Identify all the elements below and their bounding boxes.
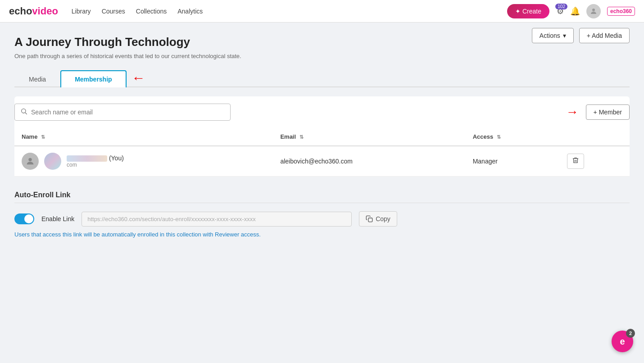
col-email: Email ⇅ — [273, 128, 465, 146]
actions-chevron: ▾ — [563, 32, 566, 39]
sort-name-icon[interactable]: ⇅ — [41, 134, 45, 140]
add-media-label: + Add Media — [587, 32, 622, 39]
add-media-button[interactable]: + Add Media — [579, 28, 630, 43]
sort-access-icon[interactable]: ⇅ — [497, 134, 501, 140]
logo-echo: echo — [9, 5, 32, 17]
member-name: (You) — [67, 154, 124, 162]
add-member-label: + Member — [594, 109, 622, 116]
svg-rect-4 — [368, 218, 372, 222]
member-avatar-img — [44, 153, 61, 170]
svg-point-3 — [28, 158, 32, 161]
nav-analytics[interactable]: Analytics — [177, 8, 203, 15]
search-box[interactable] — [14, 104, 231, 121]
member-name-blurred — [67, 155, 107, 162]
settings-wrapper[interactable]: ⚙ 102 — [557, 6, 564, 16]
badge-count: 102 — [555, 4, 567, 9]
arrow-membership: ← — [132, 70, 145, 86]
members-table: Name ⇅ Email ⇅ Access ⇅ — [14, 128, 630, 177]
search-add-row: → + Member — [14, 96, 630, 128]
main-content: A Journey Through Technology One path th… — [0, 23, 644, 250]
member-email-cell: aleibovich@echo360.com — [273, 146, 465, 177]
col-name: Name ⇅ — [14, 128, 273, 146]
auto-enroll-link-input[interactable] — [82, 212, 352, 227]
member-info: (You) com — [67, 154, 124, 168]
auto-enroll-title: Auto-Enroll Link — [14, 191, 630, 203]
logo: echovideo — [9, 5, 58, 17]
enable-link-row: Enable Link Copy — [14, 211, 630, 227]
tab-membership[interactable]: Membership — [60, 70, 126, 87]
actions-button[interactable]: Actions ▾ — [532, 28, 574, 43]
membership-panel: → + Member Name ⇅ Email ⇅ — [14, 96, 630, 177]
logo-video: video — [32, 5, 58, 17]
bell-button[interactable]: 🔔 — [570, 6, 580, 16]
navbar: echovideo Library Courses Collections An… — [0, 0, 644, 23]
search-icon — [20, 108, 27, 117]
member-delete-cell — [560, 146, 630, 177]
sort-email-icon[interactable]: ⇅ — [299, 134, 304, 140]
member-sub: com — [67, 162, 124, 168]
tab-media[interactable]: Media — [14, 70, 60, 87]
auto-enroll-note: Users that access this link will be auto… — [14, 231, 630, 238]
member-you-label: (You) — [109, 154, 124, 162]
col-access: Access ⇅ — [466, 128, 560, 146]
svg-line-2 — [25, 113, 27, 114]
top-actions: Actions ▾ + Add Media — [532, 28, 630, 43]
enable-link-label: Enable Link — [41, 215, 74, 222]
navbar-icons: ⚙ 102 🔔 echo360 — [557, 4, 635, 18]
brand-label: echo360 — [607, 7, 635, 16]
search-input[interactable] — [31, 109, 225, 116]
nav-links: Library Courses Collections Analytics — [72, 8, 507, 15]
member-avatar-placeholder — [22, 153, 39, 170]
user-avatar[interactable] — [586, 4, 601, 18]
copy-link-button[interactable]: Copy — [359, 211, 397, 227]
svg-point-0 — [592, 9, 595, 11]
right-section: → + Member — [566, 104, 630, 120]
tabs: Media Membership ← — [14, 70, 630, 87]
nav-collections[interactable]: Collections — [136, 8, 167, 15]
enable-link-toggle[interactable] — [14, 213, 34, 224]
auto-enroll-section: Auto-Enroll Link Enable Link Copy Users … — [14, 191, 630, 238]
actions-label: Actions — [540, 32, 560, 39]
table-row: (You) com aleibovich@echo360.com Manager — [14, 146, 630, 177]
member-name-cell: (You) com — [14, 146, 273, 177]
create-button[interactable]: ✦ Create — [507, 4, 549, 18]
col-actions-header — [560, 128, 630, 146]
add-member-button[interactable]: + Member — [586, 104, 630, 120]
arrow-add-member: → — [566, 105, 579, 119]
svg-point-1 — [22, 109, 26, 113]
copy-label: Copy — [376, 215, 390, 222]
member-access-cell: Manager — [466, 146, 560, 177]
delete-member-button[interactable] — [567, 154, 584, 169]
page-description: One path through a series of historical … — [14, 53, 630, 59]
nav-library[interactable]: Library — [72, 8, 91, 15]
nav-courses[interactable]: Courses — [102, 8, 125, 15]
